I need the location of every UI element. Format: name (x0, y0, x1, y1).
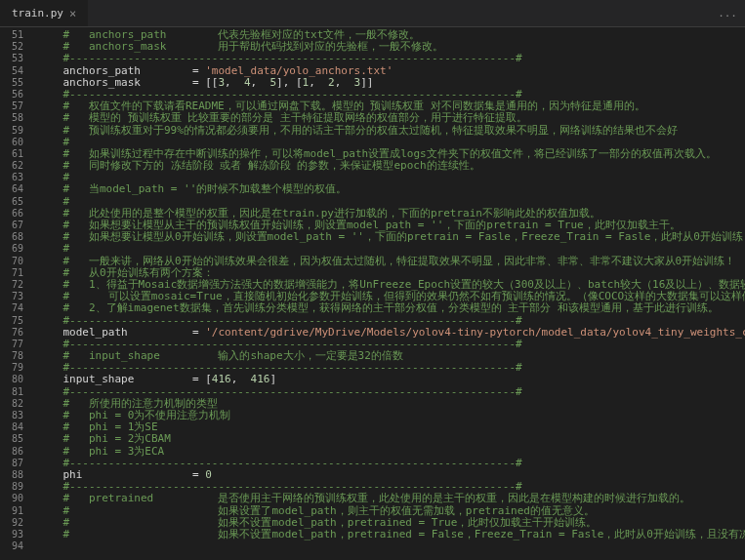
tab-bar: train.py × ... (0, 0, 745, 27)
line-number: 58 (0, 112, 23, 124)
editor: 5152535455565758596061626364656667686970… (0, 27, 745, 560)
code-line: # 如果不设置model_path，pretrained = False，Fre… (37, 529, 745, 540)
line-gutter: 5152535455565758596061626364656667686970… (0, 27, 31, 560)
line-number: 93 (0, 529, 23, 540)
tab-train-py[interactable]: train.py × (0, 0, 89, 26)
line-number: 92 (0, 517, 23, 529)
line-number: 67 (0, 220, 23, 231)
line-number: 55 (0, 77, 23, 89)
more-icon[interactable]: ... (718, 7, 737, 20)
line-number: 83 (0, 410, 23, 421)
code-line: # 预训练权重对于99%的情况都必须要用，不用的话主干部分的权值太过随机，特征提… (37, 125, 745, 137)
line-number: 89 (0, 481, 23, 493)
line-number: 71 (0, 267, 23, 279)
line-number: 90 (0, 493, 23, 504)
line-number: 74 (0, 302, 23, 314)
line-number: 51 (0, 29, 23, 41)
line-number: 77 (0, 339, 23, 350)
line-number: 57 (0, 100, 23, 112)
code-line: # 如果想要让模型从0开始训练，则设置model_path = ''，下面的pr… (37, 231, 745, 243)
line-number: 56 (0, 89, 23, 100)
line-number: 69 (0, 243, 23, 255)
close-icon[interactable]: × (69, 7, 76, 20)
line-number: 63 (0, 172, 23, 183)
line-number: 64 (0, 183, 23, 195)
line-number: 94 (0, 540, 23, 552)
line-number: 54 (0, 65, 23, 77)
line-number: 60 (0, 137, 23, 148)
line-number: 62 (0, 160, 23, 172)
line-number: 86 (0, 446, 23, 458)
line-number: 75 (0, 315, 23, 327)
line-number: 91 (0, 505, 23, 517)
line-number: 82 (0, 398, 23, 410)
code-line: # 同时修改下方的 冻结阶段 或者 解冻阶段 的参数，来保证模型epoch的连续… (37, 160, 745, 172)
line-number: 79 (0, 362, 23, 374)
line-number: 70 (0, 256, 23, 267)
line-number: 78 (0, 350, 23, 362)
line-number: 59 (0, 125, 23, 137)
line-number: 61 (0, 148, 23, 160)
line-number: 72 (0, 279, 23, 291)
line-number: 66 (0, 208, 23, 220)
line-number: 84 (0, 421, 23, 433)
line-number: 52 (0, 41, 23, 53)
code-line: # 当model_path = ''的时候不加载整个模型的权值。 (37, 183, 745, 195)
line-number: 88 (0, 469, 23, 481)
line-number: 80 (0, 374, 23, 385)
line-number: 85 (0, 433, 23, 445)
line-number: 68 (0, 231, 23, 243)
code-area[interactable]: # anchors_path 代表先验框对应的txt文件，一般不修改。 # an… (31, 27, 745, 560)
line-number: 53 (0, 53, 23, 64)
line-number: 65 (0, 196, 23, 208)
tab-label: train.py (12, 7, 63, 20)
line-number: 76 (0, 327, 23, 339)
line-number: 81 (0, 386, 23, 398)
line-number: 73 (0, 291, 23, 302)
line-number: 87 (0, 458, 23, 469)
